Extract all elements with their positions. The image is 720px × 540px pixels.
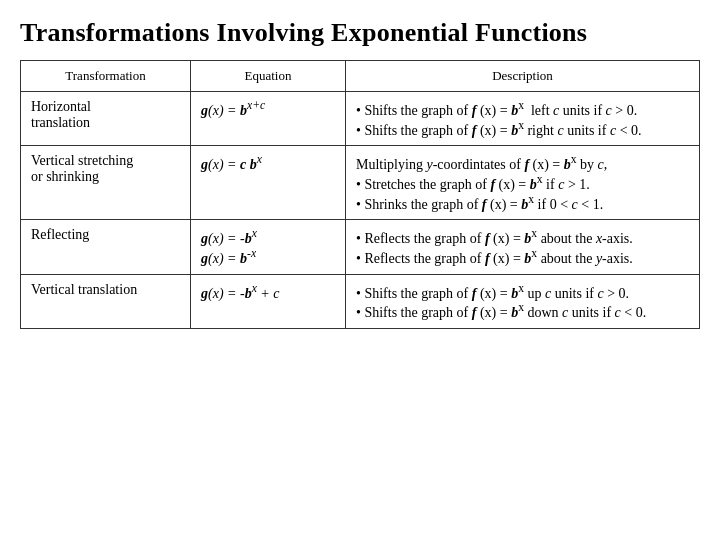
equation-vertical-translation: g(x) = -bx + c — [191, 274, 346, 328]
page-title: Transformations Involving Exponential Fu… — [20, 18, 700, 48]
desc-vertical-translation: • Shifts the graph of f (x) = bx up c un… — [346, 274, 700, 328]
table-row: Vertical stretchingor shrinking g(x) = c… — [21, 146, 700, 220]
desc-horizontal: • Shifts the graph of f (x) = bx left c … — [346, 92, 700, 146]
table-row: Horizontaltranslation g(x) = bx+c • Shif… — [21, 92, 700, 146]
equation-reflecting: g(x) = -bxg(x) = b-x — [191, 220, 346, 274]
transform-vertical-translation: Vertical translation — [21, 274, 191, 328]
header-transformation: Transformation — [21, 61, 191, 92]
desc-vertical-stretch: Multiplying y-coordintates of f (x) = bx… — [346, 146, 700, 220]
transform-vertical-stretch: Vertical stretchingor shrinking — [21, 146, 191, 220]
desc-reflecting: • Reflects the graph of f (x) = bx about… — [346, 220, 700, 274]
transform-reflecting: Reflecting — [21, 220, 191, 274]
header-equation: Equation — [191, 61, 346, 92]
equation-horizontal: g(x) = bx+c — [191, 92, 346, 146]
table-row: Vertical translation g(x) = -bx + c • Sh… — [21, 274, 700, 328]
header-description: Description — [346, 61, 700, 92]
equation-vertical-stretch: g(x) = c bx — [191, 146, 346, 220]
transform-horizontal: Horizontaltranslation — [21, 92, 191, 146]
transformations-table: Transformation Equation Description Hori… — [20, 60, 700, 329]
table-row: Reflecting g(x) = -bxg(x) = b-x • Reflec… — [21, 220, 700, 274]
